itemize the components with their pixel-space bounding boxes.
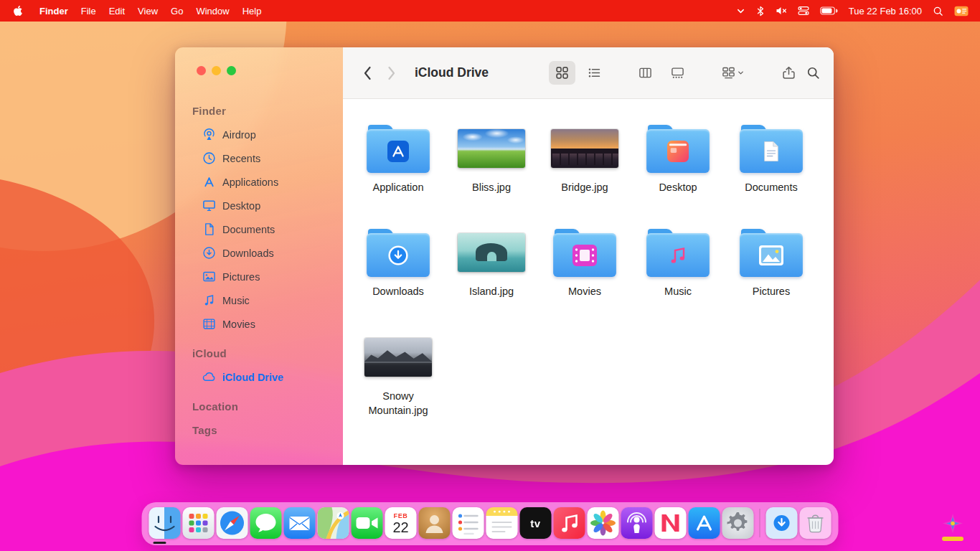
file-label: Application [373, 180, 424, 194]
sidebar-item-icloud-drive[interactable]: iCloud Drive [192, 365, 343, 389]
finder-window: FinderAirdropRecentsApplicationsDesktopD… [175, 47, 834, 465]
gallery-view-button[interactable] [664, 61, 691, 85]
search-button[interactable] [802, 62, 824, 84]
file-label: Island.jpg [469, 284, 514, 298]
file-music[interactable]: Music [634, 226, 722, 298]
sidebar-item-label: Pictures [222, 271, 260, 283]
file-island-jpg[interactable]: Island.jpg [448, 226, 535, 298]
dock-downloads-folder-icon[interactable] [766, 507, 798, 539]
view-controls [549, 61, 802, 85]
menu-file[interactable]: File [75, 6, 103, 17]
menu-window[interactable]: Window [189, 6, 235, 17]
window-controls [197, 66, 236, 75]
file-application[interactable]: Application [354, 122, 442, 194]
folder-appstore [367, 122, 430, 175]
file-documents[interactable]: Documents [727, 122, 815, 194]
sidebar-item-label: Documents [222, 224, 275, 235]
dock-items: FEB22tv [149, 507, 831, 539]
forward-button[interactable] [383, 62, 400, 84]
menu-finder[interactable]: Finder [33, 6, 75, 17]
dock-news-icon[interactable] [655, 507, 687, 539]
dock-calendar-icon[interactable]: FEB22 [385, 507, 417, 539]
dock-separator [760, 509, 760, 537]
finder-main: iCloud Drive [343, 47, 834, 465]
menu-edit[interactable]: Edit [103, 6, 131, 17]
file-bridge-jpg[interactable]: Bridge.jpg [541, 122, 628, 194]
user-switch-icon[interactable] [954, 4, 969, 17]
battery-icon[interactable] [820, 4, 838, 17]
file-desktop[interactable]: Desktop [634, 122, 722, 194]
dock-music-icon[interactable] [554, 507, 585, 539]
folder-desktop [646, 122, 710, 175]
file-bliss-jpg[interactable]: Bliss.jpg [448, 122, 535, 194]
sidebar-item-downloads[interactable]: Downloads [192, 241, 343, 265]
sidebar-item-airdrop[interactable]: Airdrop [192, 123, 343, 146]
desktop-icon [202, 199, 216, 212]
sidebar-section-tags: Tags [192, 424, 343, 436]
music-icon [202, 293, 216, 307]
apple-menu-icon[interactable] [13, 5, 24, 17]
dock-podcasts-icon[interactable] [621, 507, 653, 539]
dock-safari-icon[interactable] [217, 507, 248, 539]
sidebar-item-pictures[interactable]: Pictures [192, 265, 343, 288]
dock-trash-icon[interactable] [800, 507, 831, 539]
cloud-icon [202, 370, 216, 384]
sidebar-section-location: Location [192, 400, 343, 413]
file-snowy-mountain-jpg[interactable]: Snowy Mountain.jpg [354, 331, 442, 418]
menu-go[interactable]: Go [164, 6, 189, 17]
sidebar-item-documents[interactable]: Documents [192, 217, 343, 241]
sidebar-item-movies[interactable]: Movies [192, 312, 343, 336]
image-bridge [551, 122, 618, 175]
spotlight-search-icon[interactable] [933, 4, 943, 17]
dock-messages-icon[interactable] [250, 507, 282, 539]
finder-running-indicator [154, 542, 166, 544]
file-downloads[interactable]: Downloads [354, 226, 442, 298]
dock-maps-icon[interactable] [318, 507, 349, 539]
dock-reminders-icon[interactable] [453, 507, 484, 539]
minimize-button[interactable] [212, 66, 221, 75]
file-movies[interactable]: Movies [541, 226, 628, 298]
back-button[interactable] [359, 62, 376, 84]
dock-launchpad-icon[interactable] [183, 507, 215, 539]
close-button[interactable] [197, 66, 206, 75]
download-icon [202, 246, 216, 260]
sidebar-item-label: Applications [222, 176, 278, 188]
folder-music [646, 226, 710, 279]
bluetooth-icon[interactable] [756, 4, 765, 17]
dock-finder-icon[interactable] [149, 507, 181, 539]
sidebar-item-music[interactable]: Music [192, 288, 343, 312]
dock-apple-tv-icon[interactable]: tv [520, 507, 552, 539]
dock-mail-icon[interactable] [284, 507, 316, 539]
file-label: Bridge.jpg [561, 180, 608, 194]
file-label: Movies [568, 284, 601, 298]
sidebar-item-applications[interactable]: Applications [192, 170, 343, 194]
menu-view[interactable]: View [131, 6, 164, 17]
dock-facetime-icon[interactable] [352, 507, 383, 539]
sidebar-item-recents[interactable]: Recents [192, 146, 343, 170]
control-center-icon[interactable] [798, 4, 809, 17]
menu-items: FinderFileEditViewGoWindowHelp [33, 6, 268, 17]
dock-contacts-icon[interactable] [419, 507, 451, 539]
list-view-button[interactable] [581, 61, 608, 85]
chevron-down-icon[interactable] [736, 4, 745, 17]
menu-status-area: Tue 22 Feb 16:00 [736, 4, 971, 17]
file-pictures[interactable]: Pictures [727, 226, 815, 298]
zoom-button[interactable] [227, 66, 236, 75]
sidebar-section-title-location: Location [192, 400, 343, 413]
dock-photos-icon[interactable] [588, 507, 619, 539]
sidebar-section-title-icloud: iCloud [192, 347, 343, 359]
airdrop-icon [202, 128, 216, 141]
column-view-button[interactable] [632, 61, 659, 85]
menu-help[interactable]: Help [236, 6, 268, 17]
share-button[interactable] [776, 61, 802, 85]
volume-muted-icon[interactable] [776, 4, 787, 17]
sidebar-item-desktop[interactable]: Desktop [192, 194, 343, 217]
dock-notes-icon[interactable] [486, 507, 518, 539]
menu-clock[interactable]: Tue 22 Feb 16:00 [849, 6, 922, 17]
dock-settings-icon[interactable] [722, 507, 754, 539]
group-view-button[interactable] [715, 61, 751, 85]
image-bliss [458, 122, 525, 175]
dock-app-store-icon[interactable] [689, 507, 720, 539]
finder-sidebar: FinderAirdropRecentsApplicationsDesktopD… [175, 47, 343, 465]
grid-view-button[interactable] [549, 61, 575, 85]
